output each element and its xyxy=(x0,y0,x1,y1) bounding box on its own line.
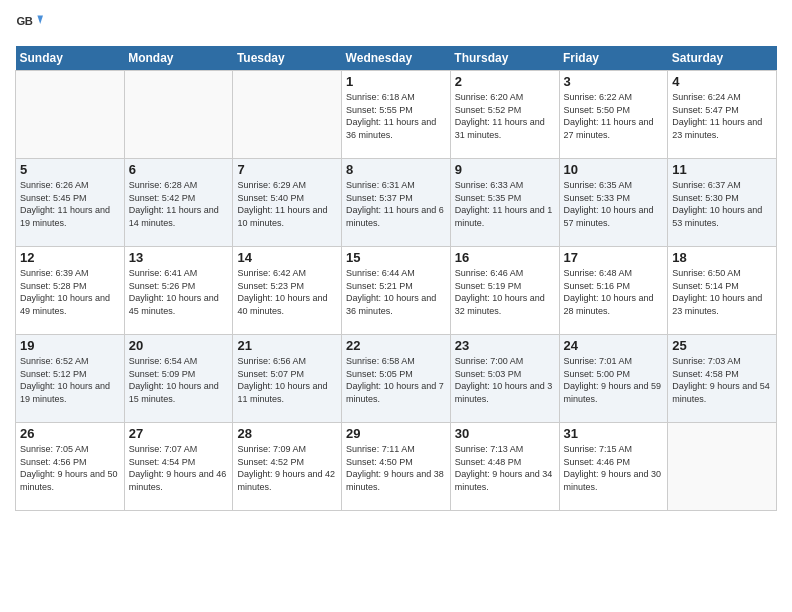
day-header-sunday: Sunday xyxy=(16,46,125,71)
day-number: 10 xyxy=(564,162,664,177)
calendar-cell: 29Sunrise: 7:11 AMSunset: 4:50 PMDayligh… xyxy=(342,423,451,511)
day-info: Sunrise: 6:56 AMSunset: 5:07 PMDaylight:… xyxy=(237,355,337,405)
calendar-cell: 6Sunrise: 6:28 AMSunset: 5:42 PMDaylight… xyxy=(124,159,233,247)
day-number: 11 xyxy=(672,162,772,177)
calendar-cell: 16Sunrise: 6:46 AMSunset: 5:19 PMDayligh… xyxy=(450,247,559,335)
day-number: 15 xyxy=(346,250,446,265)
calendar-week-row: 12Sunrise: 6:39 AMSunset: 5:28 PMDayligh… xyxy=(16,247,777,335)
day-info: Sunrise: 6:42 AMSunset: 5:23 PMDaylight:… xyxy=(237,267,337,317)
day-number: 25 xyxy=(672,338,772,353)
calendar-cell: 25Sunrise: 7:03 AMSunset: 4:58 PMDayligh… xyxy=(668,335,777,423)
day-info: Sunrise: 7:05 AMSunset: 4:56 PMDaylight:… xyxy=(20,443,120,493)
day-header-tuesday: Tuesday xyxy=(233,46,342,71)
day-info: Sunrise: 7:01 AMSunset: 5:00 PMDaylight:… xyxy=(564,355,664,405)
day-number: 28 xyxy=(237,426,337,441)
calendar-container: G B SundayMondayTuesdayWednesdayThursday… xyxy=(0,0,792,516)
day-number: 4 xyxy=(672,74,772,89)
day-info: Sunrise: 6:37 AMSunset: 5:30 PMDaylight:… xyxy=(672,179,772,229)
calendar-cell: 3Sunrise: 6:22 AMSunset: 5:50 PMDaylight… xyxy=(559,71,668,159)
day-number: 7 xyxy=(237,162,337,177)
day-number: 18 xyxy=(672,250,772,265)
day-number: 26 xyxy=(20,426,120,441)
day-info: Sunrise: 6:39 AMSunset: 5:28 PMDaylight:… xyxy=(20,267,120,317)
calendar-cell: 8Sunrise: 6:31 AMSunset: 5:37 PMDaylight… xyxy=(342,159,451,247)
day-info: Sunrise: 6:48 AMSunset: 5:16 PMDaylight:… xyxy=(564,267,664,317)
day-info: Sunrise: 6:44 AMSunset: 5:21 PMDaylight:… xyxy=(346,267,446,317)
calendar-cell: 11Sunrise: 6:37 AMSunset: 5:30 PMDayligh… xyxy=(668,159,777,247)
day-info: Sunrise: 6:50 AMSunset: 5:14 PMDaylight:… xyxy=(672,267,772,317)
day-number: 16 xyxy=(455,250,555,265)
day-number: 3 xyxy=(564,74,664,89)
calendar-cell: 4Sunrise: 6:24 AMSunset: 5:47 PMDaylight… xyxy=(668,71,777,159)
calendar-cell xyxy=(668,423,777,511)
calendar-cell xyxy=(124,71,233,159)
calendar-cell: 18Sunrise: 6:50 AMSunset: 5:14 PMDayligh… xyxy=(668,247,777,335)
calendar-cell: 24Sunrise: 7:01 AMSunset: 5:00 PMDayligh… xyxy=(559,335,668,423)
calendar-cell: 19Sunrise: 6:52 AMSunset: 5:12 PMDayligh… xyxy=(16,335,125,423)
day-number: 29 xyxy=(346,426,446,441)
day-number: 30 xyxy=(455,426,555,441)
calendar-cell: 14Sunrise: 6:42 AMSunset: 5:23 PMDayligh… xyxy=(233,247,342,335)
calendar-cell: 26Sunrise: 7:05 AMSunset: 4:56 PMDayligh… xyxy=(16,423,125,511)
logo-icon: G B xyxy=(15,10,43,38)
calendar-week-row: 1Sunrise: 6:18 AMSunset: 5:55 PMDaylight… xyxy=(16,71,777,159)
day-info: Sunrise: 7:11 AMSunset: 4:50 PMDaylight:… xyxy=(346,443,446,493)
day-info: Sunrise: 6:46 AMSunset: 5:19 PMDaylight:… xyxy=(455,267,555,317)
calendar-body: 1Sunrise: 6:18 AMSunset: 5:55 PMDaylight… xyxy=(16,71,777,511)
day-number: 23 xyxy=(455,338,555,353)
day-number: 12 xyxy=(20,250,120,265)
calendar-cell: 21Sunrise: 6:56 AMSunset: 5:07 PMDayligh… xyxy=(233,335,342,423)
calendar-cell: 22Sunrise: 6:58 AMSunset: 5:05 PMDayligh… xyxy=(342,335,451,423)
day-info: Sunrise: 6:33 AMSunset: 5:35 PMDaylight:… xyxy=(455,179,555,229)
day-info: Sunrise: 6:29 AMSunset: 5:40 PMDaylight:… xyxy=(237,179,337,229)
day-number: 27 xyxy=(129,426,229,441)
day-header-monday: Monday xyxy=(124,46,233,71)
day-header-wednesday: Wednesday xyxy=(342,46,451,71)
svg-text:G: G xyxy=(16,15,25,27)
calendar-cell: 20Sunrise: 6:54 AMSunset: 5:09 PMDayligh… xyxy=(124,335,233,423)
day-info: Sunrise: 7:15 AMSunset: 4:46 PMDaylight:… xyxy=(564,443,664,493)
calendar-cell: 12Sunrise: 6:39 AMSunset: 5:28 PMDayligh… xyxy=(16,247,125,335)
calendar-cell: 9Sunrise: 6:33 AMSunset: 5:35 PMDaylight… xyxy=(450,159,559,247)
day-info: Sunrise: 6:41 AMSunset: 5:26 PMDaylight:… xyxy=(129,267,229,317)
calendar-cell: 23Sunrise: 7:00 AMSunset: 5:03 PMDayligh… xyxy=(450,335,559,423)
day-number: 2 xyxy=(455,74,555,89)
calendar-cell: 17Sunrise: 6:48 AMSunset: 5:16 PMDayligh… xyxy=(559,247,668,335)
day-info: Sunrise: 6:24 AMSunset: 5:47 PMDaylight:… xyxy=(672,91,772,141)
day-info: Sunrise: 6:31 AMSunset: 5:37 PMDaylight:… xyxy=(346,179,446,229)
day-info: Sunrise: 6:20 AMSunset: 5:52 PMDaylight:… xyxy=(455,91,555,141)
day-number: 17 xyxy=(564,250,664,265)
day-info: Sunrise: 6:26 AMSunset: 5:45 PMDaylight:… xyxy=(20,179,120,229)
day-number: 6 xyxy=(129,162,229,177)
calendar-cell xyxy=(16,71,125,159)
calendar-week-row: 5Sunrise: 6:26 AMSunset: 5:45 PMDaylight… xyxy=(16,159,777,247)
day-number: 20 xyxy=(129,338,229,353)
day-number: 19 xyxy=(20,338,120,353)
day-header-friday: Friday xyxy=(559,46,668,71)
day-number: 14 xyxy=(237,250,337,265)
day-number: 21 xyxy=(237,338,337,353)
calendar-cell: 28Sunrise: 7:09 AMSunset: 4:52 PMDayligh… xyxy=(233,423,342,511)
day-info: Sunrise: 6:18 AMSunset: 5:55 PMDaylight:… xyxy=(346,91,446,141)
day-number: 1 xyxy=(346,74,446,89)
calendar-week-row: 26Sunrise: 7:05 AMSunset: 4:56 PMDayligh… xyxy=(16,423,777,511)
day-number: 31 xyxy=(564,426,664,441)
day-info: Sunrise: 7:13 AMSunset: 4:48 PMDaylight:… xyxy=(455,443,555,493)
day-info: Sunrise: 6:52 AMSunset: 5:12 PMDaylight:… xyxy=(20,355,120,405)
logo: G B xyxy=(15,10,47,38)
calendar-cell: 31Sunrise: 7:15 AMSunset: 4:46 PMDayligh… xyxy=(559,423,668,511)
day-info: Sunrise: 7:09 AMSunset: 4:52 PMDaylight:… xyxy=(237,443,337,493)
calendar-table: SundayMondayTuesdayWednesdayThursdayFrid… xyxy=(15,46,777,511)
day-info: Sunrise: 7:03 AMSunset: 4:58 PMDaylight:… xyxy=(672,355,772,405)
day-number: 24 xyxy=(564,338,664,353)
svg-text:B: B xyxy=(25,15,33,27)
day-number: 5 xyxy=(20,162,120,177)
calendar-week-row: 19Sunrise: 6:52 AMSunset: 5:12 PMDayligh… xyxy=(16,335,777,423)
calendar-cell: 7Sunrise: 6:29 AMSunset: 5:40 PMDaylight… xyxy=(233,159,342,247)
day-number: 9 xyxy=(455,162,555,177)
calendar-cell: 10Sunrise: 6:35 AMSunset: 5:33 PMDayligh… xyxy=(559,159,668,247)
svg-marker-2 xyxy=(37,16,43,24)
calendar-cell: 15Sunrise: 6:44 AMSunset: 5:21 PMDayligh… xyxy=(342,247,451,335)
day-number: 13 xyxy=(129,250,229,265)
day-info: Sunrise: 6:54 AMSunset: 5:09 PMDaylight:… xyxy=(129,355,229,405)
